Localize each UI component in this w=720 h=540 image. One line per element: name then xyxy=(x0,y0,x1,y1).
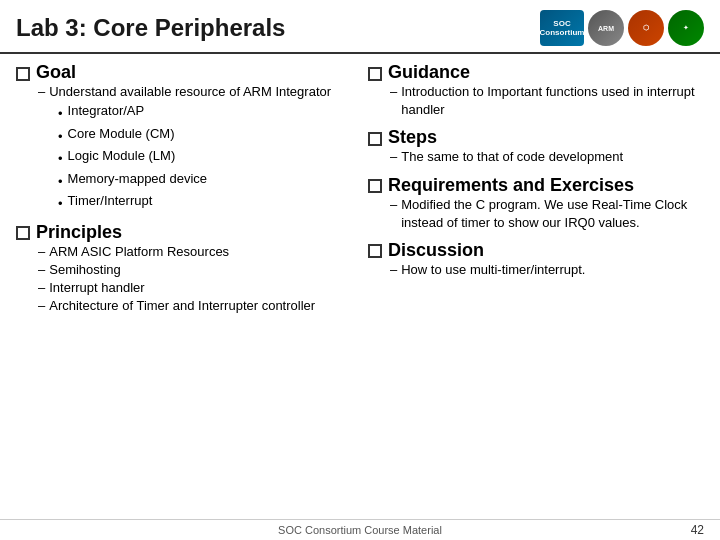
soc-logo: SOCConsortium xyxy=(540,10,584,46)
steps-item: – The same to that of code development xyxy=(386,148,704,166)
logos-container: SOCConsortium ARM ⬡ ✦ xyxy=(540,10,704,46)
slide-title: Lab 3: Core Peripherals xyxy=(16,14,285,42)
steps-section: Steps – The same to that of code develop… xyxy=(368,127,704,166)
guidance-section: Guidance – Introduction to Important fun… xyxy=(368,62,704,119)
bullet-icon: • xyxy=(58,149,63,169)
discussion-title: Discussion xyxy=(368,240,704,261)
principles-item-3: – Architecture of Timer and Interrupter … xyxy=(34,297,352,315)
requirements-content: – Modified the C program. We use Real-Ti… xyxy=(368,196,704,232)
guidance-title: Guidance xyxy=(368,62,704,83)
right-column: Guidance – Introduction to Important fun… xyxy=(368,62,704,515)
footer-label: SOC Consortium Course Material xyxy=(278,524,442,536)
discussion-content: – How to use multi-timer/interrupt. xyxy=(368,261,704,279)
principles-item-1: – Semihosting xyxy=(34,261,352,279)
logo-circle-1: ARM xyxy=(588,10,624,46)
requirements-section: Requirements and Exercises – Modified th… xyxy=(368,175,704,232)
discussion-checkbox-icon xyxy=(368,244,382,258)
left-column: Goal – Understand available resource of … xyxy=(16,62,352,515)
steps-title: Steps xyxy=(368,127,704,148)
list-item: • Timer/Interrupt xyxy=(58,191,352,214)
bullet-icon: • xyxy=(58,172,63,192)
principles-title: Principles xyxy=(16,222,352,243)
requirements-checkbox-icon xyxy=(368,179,382,193)
steps-content: – The same to that of code development xyxy=(368,148,704,166)
discussion-item: – How to use multi-timer/interrupt. xyxy=(386,261,704,279)
goal-subitem: – Understand available resource of ARM I… xyxy=(34,83,352,101)
logo-circle-2: ⬡ xyxy=(628,10,664,46)
steps-checkbox-icon xyxy=(368,132,382,146)
principles-checkbox-icon xyxy=(16,226,30,240)
goal-bullet-list: • Integrator/AP • Core Module (CM) • Log… xyxy=(34,101,352,214)
bullet-icon: • xyxy=(58,127,63,147)
goal-section: Goal – Understand available resource of … xyxy=(16,62,352,214)
guidance-checkbox-icon xyxy=(368,67,382,81)
principles-item-0: – ARM ASIC Platform Resources xyxy=(34,243,352,261)
principles-item-2: – Interrupt handler xyxy=(34,279,352,297)
logo-circle-3: ✦ xyxy=(668,10,704,46)
slide-content: Goal – Understand available resource of … xyxy=(0,54,720,519)
page-number: 42 xyxy=(691,523,704,537)
requirements-item: – Modified the C program. We use Real-Ti… xyxy=(386,196,704,232)
slide-footer: SOC Consortium Course Material 42 xyxy=(0,519,720,540)
principles-content: – ARM ASIC Platform Resources – Semihost… xyxy=(16,243,352,316)
list-item: • Logic Module (LM) xyxy=(58,146,352,169)
slide: Lab 3: Core Peripherals SOCConsortium AR… xyxy=(0,0,720,540)
goal-checkbox-icon xyxy=(16,67,30,81)
list-item: • Core Module (CM) xyxy=(58,124,352,147)
goal-content: – Understand available resource of ARM I… xyxy=(16,83,352,214)
guidance-content: – Introduction to Important functions us… xyxy=(368,83,704,119)
requirements-title: Requirements and Exercises xyxy=(368,175,704,196)
principles-section: Principles – ARM ASIC Platform Resources… xyxy=(16,222,352,316)
slide-header: Lab 3: Core Peripherals SOCConsortium AR… xyxy=(0,0,720,54)
bullet-icon: • xyxy=(58,104,63,124)
guidance-item: – Introduction to Important functions us… xyxy=(386,83,704,119)
list-item: • Integrator/AP xyxy=(58,101,352,124)
list-item: • Memory-mapped device xyxy=(58,169,352,192)
goal-title: Goal xyxy=(16,62,352,83)
discussion-section: Discussion – How to use multi-timer/inte… xyxy=(368,240,704,279)
bullet-icon: • xyxy=(58,194,63,214)
